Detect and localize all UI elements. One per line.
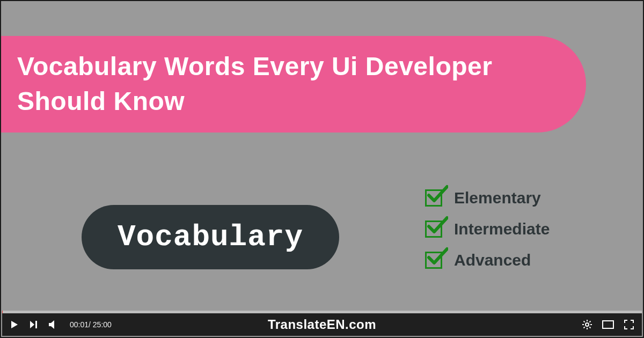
svg-line-8 <box>584 327 585 328</box>
list-item: Intermediate <box>425 220 550 238</box>
checkmark-icon <box>427 215 448 236</box>
list-item: Elementary <box>425 189 550 207</box>
svg-line-6 <box>584 321 585 322</box>
current-time: 00:01 <box>70 320 89 329</box>
checkmark-icon <box>427 246 448 267</box>
duration: 25:00 <box>93 320 112 329</box>
player-controls: 00:01/ 25:00 TranslateEN.com <box>2 313 642 336</box>
checkmark-icon <box>427 183 448 205</box>
fullscreen-icon[interactable] <box>624 319 634 330</box>
list-item: Advanced <box>425 251 550 269</box>
checkbox-elementary <box>425 189 442 207</box>
gear-icon[interactable] <box>582 319 592 330</box>
checkbox-advanced <box>425 252 442 269</box>
svg-rect-0 <box>35 321 37 328</box>
watermark-text: TranslateEN.com <box>268 317 376 332</box>
time-display: 00:01/ 25:00 <box>70 320 112 329</box>
svg-rect-10 <box>603 321 613 328</box>
next-icon[interactable] <box>29 320 39 329</box>
video-frame: Vocabulary Words Every Ui Developer Shou… <box>0 0 644 338</box>
volume-icon[interactable] <box>48 320 59 329</box>
level-label: Elementary <box>454 189 541 207</box>
checkbox-intermediate <box>425 221 442 238</box>
level-label: Advanced <box>454 251 531 269</box>
page-title: Vocabulary Words Every Ui Developer Shou… <box>17 49 586 119</box>
vocabulary-pill: Vocabulary <box>82 205 339 269</box>
svg-line-7 <box>589 327 590 328</box>
vocab-label: Vocabulary <box>118 220 303 254</box>
level-list: Elementary Intermediate Advanced <box>425 189 550 269</box>
title-banner: Vocabulary Words Every Ui Developer Shou… <box>1 36 586 133</box>
level-label: Intermediate <box>454 220 550 238</box>
svg-point-1 <box>586 323 589 326</box>
theater-icon[interactable] <box>602 320 614 329</box>
play-icon[interactable] <box>10 320 19 329</box>
svg-line-9 <box>589 321 590 322</box>
